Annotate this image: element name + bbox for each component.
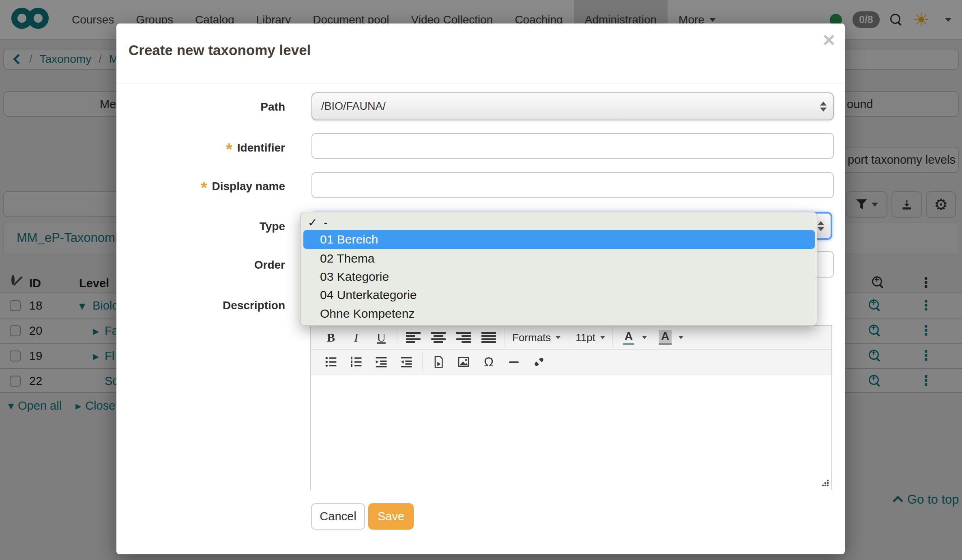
dropdown-option-highlighted[interactable]: 01 Bereich — [303, 230, 815, 249]
dropdown-option[interactable]: 04 Unterkategorie — [320, 289, 417, 301]
image-icon — [457, 355, 470, 368]
indent-icon — [375, 355, 388, 368]
bullet-list-icon — [324, 355, 337, 368]
modal-header-divider — [116, 83, 845, 83]
required-asterisk-icon — [201, 180, 212, 192]
editor-toolbar-row-2: Ω — [311, 350, 831, 374]
description-label: Description — [141, 299, 285, 312]
numbered-list-button[interactable] — [344, 351, 369, 372]
chevron-down-icon[interactable] — [642, 336, 647, 339]
underline-button[interactable]: U — [369, 327, 394, 348]
order-label: Order — [141, 259, 285, 271]
indent-button[interactable] — [369, 351, 394, 372]
path-select[interactable]: /BIO/FAUNA/ — [311, 92, 834, 120]
identifier-field[interactable] — [311, 133, 834, 159]
dropdown-option[interactable]: 02 Thema — [320, 252, 375, 265]
align-center-icon — [431, 332, 446, 343]
insert-link-button[interactable] — [526, 351, 552, 372]
background-color-icon: A — [659, 330, 672, 345]
align-left-icon — [406, 332, 421, 343]
align-justify-icon — [481, 332, 496, 343]
select-stepper-icon — [818, 221, 824, 231]
dropdown-option[interactable]: 03 Kategorie — [320, 271, 389, 283]
type-dropdown-popup: - 01 Bereich 02 Thema 03 Kategorie 04 Un… — [300, 212, 817, 326]
type-label: Type — [141, 220, 285, 233]
dropdown-option[interactable]: Ohne Kompetenz — [320, 308, 414, 320]
align-right-icon — [456, 332, 471, 343]
close-icon[interactable] — [823, 29, 835, 50]
outdent-button[interactable] — [394, 351, 419, 372]
align-center-button[interactable] — [426, 327, 451, 348]
insert-image-button[interactable] — [451, 351, 476, 372]
chevron-down-icon — [556, 336, 560, 339]
background-color-button[interactable]: A — [653, 327, 678, 348]
modal-title: Create new taxonomy level — [129, 42, 311, 58]
display-name-field[interactable] — [311, 172, 834, 198]
bold-button[interactable]: B — [318, 327, 344, 348]
checkmark-icon — [308, 216, 317, 229]
editor-toolbar-row-1: B I U Formats 11pt A A — [311, 326, 831, 350]
link-icon — [533, 355, 545, 368]
align-justify-button[interactable] — [476, 327, 501, 348]
outdent-icon — [400, 355, 413, 368]
display-name-label: Display name — [141, 179, 285, 197]
media-icon — [432, 355, 445, 368]
text-color-icon: A — [623, 330, 634, 345]
resize-handle-icon[interactable] — [822, 479, 829, 487]
horizontal-rule-button[interactable] — [501, 351, 526, 372]
chevron-down-icon — [600, 336, 605, 339]
align-left-button[interactable] — [401, 327, 426, 348]
special-character-button[interactable]: Ω — [476, 351, 501, 372]
identifier-label: Identifier — [141, 140, 285, 158]
dropdown-option-none[interactable]: - — [308, 215, 328, 230]
formats-dropdown[interactable]: Formats — [508, 327, 565, 348]
required-asterisk-icon — [226, 141, 237, 154]
description-textarea[interactable] — [311, 374, 831, 490]
select-stepper-icon — [820, 101, 827, 111]
text-color-button[interactable]: A — [616, 327, 641, 348]
horizontal-rule-icon — [507, 355, 520, 368]
italic-button[interactable]: I — [344, 327, 369, 348]
chevron-down-icon[interactable] — [679, 336, 683, 339]
save-button[interactable]: Save — [368, 503, 414, 530]
path-label: Path — [141, 100, 285, 113]
font-size-dropdown[interactable]: 11pt — [571, 327, 609, 348]
numbered-list-icon — [350, 355, 363, 368]
cancel-button[interactable]: Cancel — [311, 503, 365, 530]
rich-text-editor: B I U Formats 11pt A A — [310, 325, 832, 490]
bullet-list-button[interactable] — [318, 351, 344, 372]
insert-media-button[interactable] — [426, 351, 451, 372]
align-right-button[interactable] — [451, 327, 476, 348]
path-select-value: /BIO/FAUNA/ — [321, 100, 386, 113]
